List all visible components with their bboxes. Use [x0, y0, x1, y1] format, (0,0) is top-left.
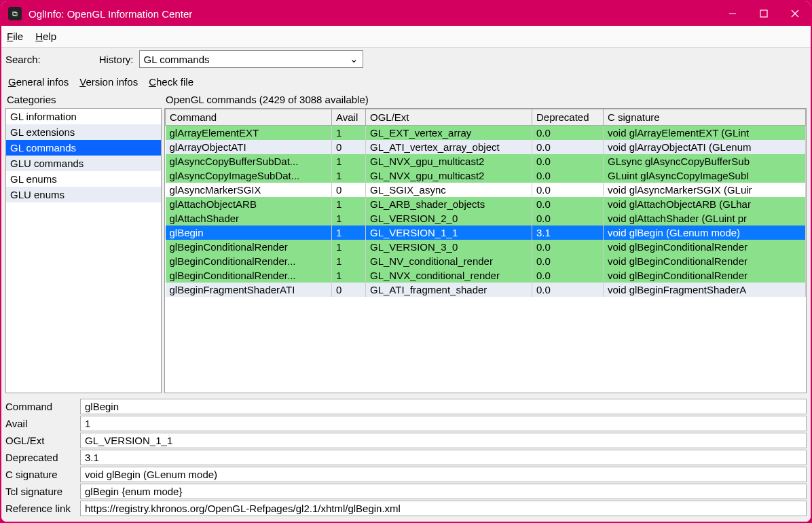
category-item[interactable]: GL information — [6, 109, 161, 124]
table-row[interactable]: glAsyncCopyBufferSubDat...1GL_NVX_gpu_mu… — [166, 154, 806, 168]
cell-ogl: GL_VERSION_2_0 — [366, 211, 532, 226]
category-item[interactable]: GLU commands — [6, 156, 161, 171]
column-header[interactable]: Avail — [332, 109, 366, 126]
cell-sig: GLuint glAsyncCopyImageSubI — [604, 168, 806, 183]
cell-avail: 1 — [332, 211, 366, 226]
category-item[interactable]: GLU enums — [6, 187, 161, 202]
cell-dep: 0.0 — [532, 126, 604, 141]
table-row[interactable]: glBegin1GL_VERSION_1_13.1void glBegin (G… — [166, 226, 806, 240]
detail-row: C signaturevoid glBegin (GLenum mode) — [5, 467, 807, 482]
tab-check[interactable]: Check file — [145, 73, 198, 91]
commands-table-wrap[interactable]: CommandAvailOGL/ExtDeprecatedC signature… — [164, 108, 807, 393]
table-row[interactable]: glArrayObjectATI0GL_ATI_vertex_array_obj… — [166, 140, 806, 154]
content: Categories GL informationGL extensionsGL… — [1, 91, 811, 522]
cell-avail: 1 — [332, 226, 366, 240]
categories-pane: Categories GL informationGL extensionsGL… — [5, 92, 162, 393]
category-item[interactable]: GL commands — [6, 140, 161, 156]
category-item[interactable]: GL extensions — [6, 124, 161, 140]
table-row[interactable]: glBeginConditionalRender...1GL_NV_condit… — [166, 254, 806, 268]
detail-row: Tcl signatureglBegin {enum mode} — [5, 484, 807, 499]
cell-cmd: glAttachObjectARB — [166, 197, 332, 211]
column-header[interactable]: OGL/Ext — [366, 109, 532, 126]
detail-label: Avail — [5, 418, 80, 429]
detail-value[interactable]: GL_VERSION_1_1 — [80, 433, 807, 448]
cell-sig: void glAttachObjectARB (GLhar — [604, 197, 806, 211]
cell-ogl: GL_NV_conditional_render — [366, 254, 532, 268]
detail-value[interactable]: glBegin — [80, 399, 807, 414]
cell-ogl: GL_VERSION_3_0 — [366, 240, 532, 254]
detail-value[interactable]: https://registry.khronos.org/OpenGL-Refp… — [80, 501, 807, 516]
cell-ogl: GL_EXT_vertex_array — [366, 126, 532, 141]
cell-avail: 0 — [332, 140, 366, 154]
history-value: GL commands — [144, 54, 210, 65]
detail-row: Avail1 — [5, 416, 807, 431]
search-row: Search: History: GL commands ⌄ — [1, 48, 811, 71]
category-item[interactable]: GL enums — [6, 171, 161, 187]
table-row[interactable]: glArrayElementEXT1GL_EXT_vertex_array0.0… — [166, 126, 806, 141]
column-header[interactable]: Deprecated — [532, 109, 604, 126]
minimize-button[interactable] — [717, 1, 748, 26]
cell-cmd: glAsyncCopyBufferSubDat... — [166, 154, 332, 168]
cell-dep: 0.0 — [532, 168, 604, 183]
cell-cmd: glBeginConditionalRender... — [166, 268, 332, 283]
cell-avail: 1 — [332, 240, 366, 254]
table-row[interactable]: glAsyncMarkerSGIX0GL_SGIX_async0.0void g… — [166, 183, 806, 197]
menu-file[interactable]: File — [7, 31, 23, 42]
commands-table: CommandAvailOGL/ExtDeprecatedC signature… — [165, 109, 806, 297]
cell-avail: 0 — [332, 283, 366, 297]
detail-row: Reference linkhttps://registry.khronos.o… — [5, 501, 807, 516]
cell-sig: void glBegin (GLenum mode) — [604, 226, 806, 240]
tab-general[interactable]: General infos — [4, 73, 73, 91]
detail-label: Command — [5, 401, 80, 412]
tab-version[interactable]: Version infos — [75, 73, 142, 91]
table-row[interactable]: glBeginConditionalRender...1GL_NVX_condi… — [166, 268, 806, 283]
column-header[interactable]: Command — [166, 109, 332, 126]
categories-list[interactable]: GL informationGL extensionsGL commandsGL… — [5, 108, 162, 393]
cell-sig: void glBeginConditionalRender — [604, 268, 806, 283]
cell-sig: void glBeginConditionalRender — [604, 240, 806, 254]
details-pane: CommandglBeginAvail1OGL/ExtGL_VERSION_1_… — [1, 396, 811, 522]
cell-avail: 1 — [332, 254, 366, 268]
cell-sig: void glBeginFragmentShaderA — [604, 283, 806, 297]
cell-dep: 0.0 — [532, 140, 604, 154]
cell-ogl: GL_ATI_fragment_shader — [366, 283, 532, 297]
detail-label: Deprecated — [5, 452, 80, 463]
cell-ogl: GL_NVX_gpu_multicast2 — [366, 168, 532, 183]
detail-value[interactable]: 1 — [80, 416, 807, 431]
maximize-button[interactable] — [748, 1, 779, 26]
cell-avail: 1 — [332, 126, 366, 141]
cell-avail: 1 — [332, 197, 366, 211]
detail-value[interactable]: 3.1 — [80, 450, 807, 465]
detail-label: C signature — [5, 469, 80, 480]
cell-cmd: glBeginConditionalRender — [166, 240, 332, 254]
detail-value[interactable]: glBegin {enum mode} — [80, 484, 807, 499]
table-row[interactable]: glBeginConditionalRender1GL_VERSION_3_00… — [166, 240, 806, 254]
window-title: OglInfo: OpenGL Information Center — [29, 8, 717, 20]
cell-dep: 0.0 — [532, 211, 604, 226]
detail-label: OGL/Ext — [5, 435, 80, 446]
cell-ogl: GL_NVX_conditional_render — [366, 268, 532, 283]
menu-help[interactable]: Help — [35, 31, 56, 42]
cell-avail: 1 — [332, 268, 366, 283]
detail-row: OGL/ExtGL_VERSION_1_1 — [5, 433, 807, 448]
cell-sig: void glAttachShader (GLuint pr — [604, 211, 806, 226]
history-select[interactable]: GL commands ⌄ — [139, 50, 363, 68]
cell-cmd: glAttachShader — [166, 211, 332, 226]
tab-row: General infos Version infos Check file — [1, 71, 811, 91]
table-row[interactable]: glAttachShader1GL_VERSION_2_00.0void glA… — [166, 211, 806, 226]
cell-ogl: GL_ATI_vertex_array_object — [366, 140, 532, 154]
chevron-down-icon: ⌄ — [350, 53, 358, 65]
table-row[interactable]: glAttachObjectARB1GL_ARB_shader_objects0… — [166, 197, 806, 211]
close-button[interactable] — [779, 1, 811, 26]
table-row[interactable]: glAsyncCopyImageSubDat...1GL_NVX_gpu_mul… — [166, 168, 806, 183]
cell-cmd: glBegin — [166, 226, 332, 240]
detail-value[interactable]: void glBegin (GLenum mode) — [80, 467, 807, 482]
cell-avail: 1 — [332, 154, 366, 168]
titlebar[interactable]: ⧉ OglInfo: OpenGL Information Center — [1, 1, 811, 26]
cell-cmd: glBeginFragmentShaderATI — [166, 283, 332, 297]
column-header[interactable]: C signature — [604, 109, 806, 126]
cell-cmd: glArrayElementEXT — [166, 126, 332, 141]
cell-ogl: GL_NVX_gpu_multicast2 — [366, 154, 532, 168]
detail-label: Tcl signature — [5, 486, 80, 497]
table-row[interactable]: glBeginFragmentShaderATI0GL_ATI_fragment… — [166, 283, 806, 297]
